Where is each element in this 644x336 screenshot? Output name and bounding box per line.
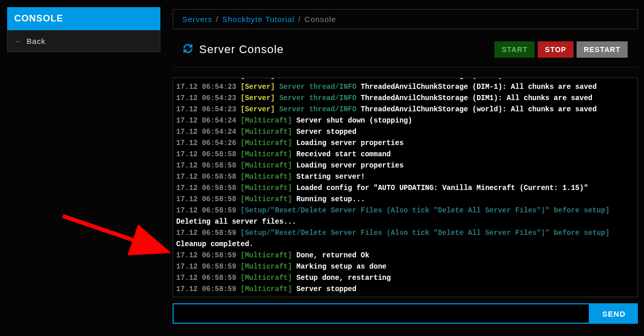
- page-title: Server Console: [199, 43, 284, 56]
- log-line: 17.12 06:58:58 [Multicraft] Loading serv…: [176, 160, 634, 171]
- start-button[interactable]: START: [494, 41, 535, 58]
- console-title: Server Console: [183, 43, 284, 56]
- log-line: Deleting all server files...: [176, 216, 634, 227]
- breadcrumb-separator: /: [298, 15, 303, 23]
- log-line: 17.12 06:58:59 [Setup/"Reset/Delete Serv…: [176, 205, 634, 216]
- breadcrumb-separator: /: [216, 15, 221, 23]
- sidebar-item-back[interactable]: ← Back: [7, 30, 160, 52]
- annotation-arrow: [60, 213, 178, 259]
- log-line: 17.12 06:58:58 [Multicraft] Running setu…: [176, 194, 634, 205]
- log-line: Cleanup completed.: [176, 238, 634, 250]
- console-output[interactable]: 17.12 06:54:23 [Server] Server thread/IN…: [173, 78, 638, 297]
- refresh-icon[interactable]: [183, 43, 193, 56]
- log-line: 17.12 06:58:59 [Multicraft] Done, return…: [176, 250, 634, 261]
- log-line: 17.12 06:58:58 [Multicraft] Starting ser…: [176, 171, 634, 182]
- back-label: Back: [27, 37, 45, 45]
- back-arrow-icon: ←: [15, 37, 22, 45]
- log-line: 17.12 06:54:24 [Multicraft] Server shut …: [176, 115, 634, 126]
- log-line: 17.12 06:54:24 [Multicraft] Server stopp…: [176, 126, 634, 137]
- stop-button[interactable]: STOP: [538, 41, 574, 58]
- restart-button[interactable]: RESTART: [577, 41, 628, 58]
- log-line: 17.12 06:58:59 [Multicraft] Marking setu…: [176, 261, 634, 272]
- log-line: 17.12 06:54:23 [Server] Server thread/IN…: [176, 92, 634, 104]
- sidebar: CONSOLE ← Back: [7, 7, 160, 52]
- action-buttons: START STOP RESTART: [494, 41, 628, 58]
- log-line: 17.12 06:58:58 [Multicraft] Received sta…: [176, 149, 634, 160]
- command-bar: SEND: [173, 303, 638, 324]
- svg-line-1: [63, 216, 168, 252]
- log-line: 17.12 06:58:58 [Multicraft] Loaded confi…: [176, 182, 634, 194]
- send-button[interactable]: SEND: [590, 303, 638, 324]
- command-input[interactable]: [173, 303, 590, 324]
- log-line: 17.12 06:54:23 [Server] Server thread/IN…: [176, 104, 634, 115]
- log-line: 17.12 06:58:59 [Multicraft] Server stopp…: [176, 283, 634, 295]
- console-header: Server Console START STOP RESTART: [173, 29, 638, 67]
- main-panel: Servers / Shockbyte Tutorial / Console S…: [173, 9, 638, 324]
- breadcrumb-server-name[interactable]: Shockbyte Tutorial: [222, 15, 294, 23]
- log-line: 17.12 06:54:26 [Multicraft] Loading serv…: [176, 137, 634, 149]
- sidebar-header: CONSOLE: [7, 7, 160, 30]
- log-line: 17.12 06:58:59 [Setup/"Reset/Delete Serv…: [176, 227, 634, 238]
- breadcrumb-current: Console: [304, 15, 336, 23]
- breadcrumb-servers[interactable]: Servers: [182, 15, 212, 23]
- log-line: 17.12 06:58:59 [Multicraft] Setup done, …: [176, 272, 634, 283]
- log-line: 17.12 06:54:23 [Server] Server thread/IN…: [176, 78, 634, 81]
- log-line: 17.12 06:54:23 [Server] Server thread/IN…: [176, 81, 634, 92]
- breadcrumb: Servers / Shockbyte Tutorial / Console: [173, 9, 638, 29]
